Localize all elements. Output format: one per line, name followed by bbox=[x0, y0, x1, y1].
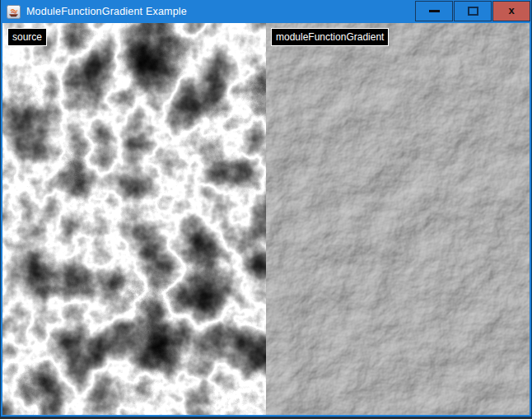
gradient-image-pane: moduleFunctionGradient bbox=[266, 23, 530, 415]
java-coffee-cup-icon bbox=[7, 5, 21, 19]
close-x-icon: x bbox=[508, 5, 514, 16]
window-controls: x bbox=[414, 1, 530, 21]
source-noise-image bbox=[2, 23, 266, 415]
titlebar[interactable]: ModuleFunctionGradient Example x bbox=[0, 0, 532, 23]
close-button[interactable]: x bbox=[492, 1, 530, 21]
minimize-dash-icon bbox=[429, 10, 440, 12]
app-window: ModuleFunctionGradient Example x bbox=[0, 0, 532, 417]
maximize-square-icon bbox=[468, 7, 478, 16]
source-image-pane: source bbox=[2, 23, 266, 415]
source-label: source bbox=[7, 28, 47, 46]
module-function-gradient-label: moduleFunctionGradient bbox=[271, 28, 389, 46]
maximize-button[interactable] bbox=[454, 1, 492, 21]
minimize-button[interactable] bbox=[415, 1, 453, 21]
module-function-gradient-image bbox=[266, 23, 530, 415]
window-title: ModuleFunctionGradient Example bbox=[26, 6, 187, 17]
content-area: source bbox=[2, 23, 530, 415]
